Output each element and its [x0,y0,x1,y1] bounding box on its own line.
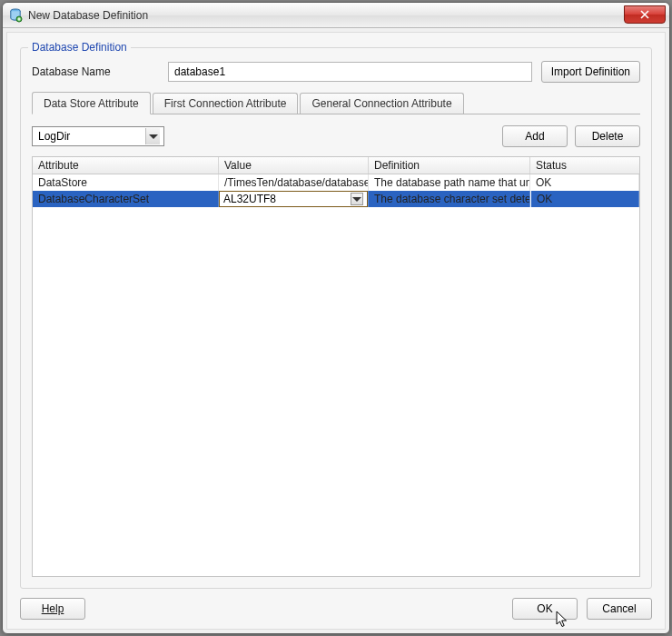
titlebar: New Database Definition [3,3,669,28]
tab-first-connection-attribute[interactable]: First Connection Attribute [153,93,299,114]
dialog-footer: Help OK Cancel [20,589,652,620]
ok-button[interactable]: OK [512,598,578,620]
cell-attribute: DatabaseCharacterSet [33,191,219,207]
cell-value[interactable]: AL32UTF8 [219,191,369,207]
group-title: Database Definition [28,41,131,54]
tab-general-connection-attribute[interactable]: General Connection Attribute [300,93,463,114]
database-name-input[interactable] [168,62,532,82]
client-area: Database Definition Database Name Import… [6,32,666,630]
value-dropdown-text: AL32UTF8 [223,193,351,205]
tab-bar: Data Store Attribute First Connection At… [32,92,640,114]
import-definition-button[interactable]: Import Definition [541,61,640,83]
help-button[interactable]: Help [20,598,85,620]
window-title: New Database Definition [28,9,148,22]
chevron-down-icon [145,128,160,144]
database-name-row: Database Name Import Definition [32,61,640,83]
database-definition-group: Database Definition Database Name Import… [20,47,652,589]
cell-definition: The database character set deter… [369,191,530,207]
cell-status: OK [530,174,639,191]
grid-body[interactable]: DataStore /TimesTen/database/database1 T… [33,174,639,576]
database-name-label: Database Name [32,65,159,78]
attribute-combo[interactable]: LogDir [32,126,164,146]
add-button[interactable]: Add [502,125,568,147]
cell-attribute: DataStore [33,174,219,191]
dialog-window: New Database Definition Database Definit… [2,2,670,634]
col-definition[interactable]: Definition [369,157,530,174]
delete-button[interactable]: Delete [575,125,640,147]
tab-panel: LogDir Add Delete Attribute Value Defini… [32,114,640,577]
tab-data-store-attribute[interactable]: Data Store Attribute [32,92,151,114]
database-icon [8,8,23,23]
table-row[interactable]: DataStore /TimesTen/database/database1 T… [33,174,639,191]
attribute-combo-value: LogDir [38,130,145,143]
grid-header: Attribute Value Definition Status [33,157,639,174]
col-attribute[interactable]: Attribute [33,157,219,174]
col-status[interactable]: Status [530,157,639,174]
close-button[interactable] [624,5,666,24]
table-row[interactable]: DatabaseCharacterSet AL32UTF8 The databa… [33,191,639,207]
attribute-grid: Attribute Value Definition Status DataSt… [32,156,640,577]
cancel-button[interactable]: Cancel [587,598,652,620]
chevron-down-icon [351,193,363,205]
col-value[interactable]: Value [219,157,369,174]
cell-status: OK [530,191,639,207]
cell-value[interactable]: /TimesTen/database/database1 [219,174,369,191]
toolbar-row: LogDir Add Delete [32,125,640,147]
value-dropdown-editor[interactable]: AL32UTF8 [219,191,368,207]
cell-definition: The database path name that uni… [369,174,530,191]
